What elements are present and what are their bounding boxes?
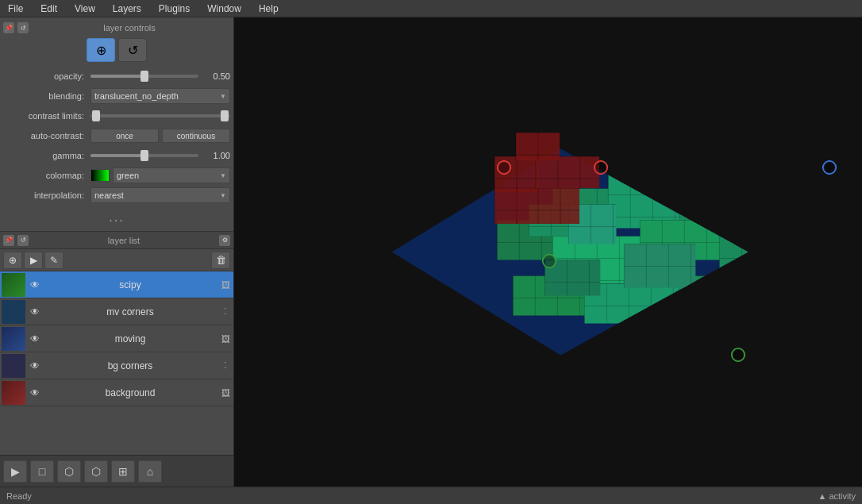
layer-item-scipy[interactable]: 👁 scipy 🖼 [0, 271, 233, 298]
blending-arrow-icon: ▼ [220, 93, 226, 100]
menu-edit[interactable]: Edit [36, 2, 62, 16]
new-labels-button[interactable]: ✎ [44, 252, 63, 269]
auto-contrast-row: auto-contrast: once continuous [3, 128, 230, 144]
auto-contrast-buttons: once continuous [90, 129, 230, 143]
layer-item-moving[interactable]: 👁 moving 🖼 [0, 325, 233, 352]
gamma-row: gamma: 1.00 [3, 148, 230, 164]
bottom-toolbar: ▶ □ ⬡ ⬡ ⊞ ⌂ [0, 455, 233, 487]
rotate-button[interactable]: ↺ [118, 38, 147, 62]
colormap-row: colormap: green ▼ [3, 167, 230, 183]
menu-view[interactable]: View [70, 2, 100, 16]
layer-name-background: background [43, 387, 217, 398]
opacity-thumb[interactable] [140, 71, 148, 82]
list-pin-icon[interactable]: 📌 [3, 235, 14, 246]
interpolation-dropdown[interactable]: nearest ▼ [90, 187, 230, 203]
colormap-preview [90, 169, 110, 182]
auto-contrast-continuous[interactable]: continuous [162, 129, 230, 143]
statusbar: Ready ▲ activity [0, 487, 862, 504]
layer-name-mv-corners: mv corners [43, 306, 217, 317]
menu-layers[interactable]: Layers [108, 2, 146, 16]
controls-title: layer controls [29, 23, 230, 33]
layer-thumb-bg-corners [2, 354, 25, 378]
layer-eye-moving[interactable]: 👁 [27, 331, 43, 347]
list-refresh-icon[interactable]: ↺ [17, 235, 29, 246]
layer-name-moving: moving [43, 333, 217, 344]
layer-controls-section: 📌 ↺ layer controls ⊕ ↺ opacity: 0.50 [0, 17, 233, 232]
blending-row: blending: translucent_no_depth ▼ [3, 88, 230, 104]
home-button[interactable]: ⌂ [138, 460, 162, 483]
colormap-arrow-icon: ▼ [220, 172, 226, 179]
interpolation-value: nearest [94, 190, 124, 200]
contrast-right-thumb[interactable] [221, 110, 229, 121]
visualization-canvas [234, 17, 862, 487]
blending-dropdown[interactable]: translucent_no_depth ▼ [90, 88, 230, 104]
layer-eye-scipy[interactable]: 👁 [27, 277, 43, 293]
controls-header: 📌 ↺ layer controls [3, 21, 230, 35]
layer-thumb-mv-corners [2, 300, 25, 324]
grid-button[interactable]: ⊞ [111, 460, 135, 483]
interpolation-arrow-icon: ▼ [220, 192, 226, 199]
menubar: File Edit View Layers Plugins Window Hel… [0, 0, 862, 17]
layer-eye-mv-corners[interactable]: 👁 [27, 304, 43, 320]
list-settings-icon[interactable]: ⚙ [219, 235, 230, 246]
layer-eye-background[interactable]: 👁 [27, 385, 43, 401]
opacity-value: 0.50 [198, 71, 230, 81]
colormap-value: green [117, 171, 139, 180]
layer-action-bg-corners: ⁚ [217, 358, 233, 374]
controls-pin-icon[interactable]: 📌 [3, 22, 14, 33]
console-button[interactable]: ▶ [3, 460, 27, 483]
menu-file[interactable]: File [3, 2, 28, 16]
layer-item-mv-corners[interactable]: 👁 mv corners ⁚ [0, 298, 233, 325]
plugin2-button[interactable]: ⬡ [84, 460, 108, 483]
layer-list-title: layer list [29, 236, 219, 245]
colormap-label: colormap: [3, 171, 90, 180]
menu-plugins[interactable]: Plugins [154, 2, 194, 16]
main-area: 📌 ↺ layer controls ⊕ ↺ opacity: 0.50 [0, 17, 862, 487]
move-button[interactable]: ⊕ [87, 38, 115, 62]
gamma-thumb[interactable] [140, 150, 148, 161]
layer-action-moving: 🖼 [217, 331, 233, 347]
plugin1-button[interactable]: ⬡ [57, 460, 81, 483]
interpolation-row: interpolation: nearest ▼ [3, 187, 230, 203]
contrast-left-thumb[interactable] [92, 110, 100, 121]
new-shapes-button[interactable]: ▶ [24, 252, 43, 269]
interpolation-label: interpolation: [3, 190, 90, 200]
auto-contrast-once[interactable]: once [90, 129, 159, 143]
canvas-area[interactable] [234, 17, 862, 487]
layer-thumb-background [2, 381, 25, 405]
layer-list: 👁 scipy 🖼 👁 mv corners ⁚ 👁 moving 🖼 [0, 271, 233, 455]
gamma-label: gamma: [3, 151, 90, 160]
auto-contrast-label: auto-contrast: [3, 131, 90, 140]
layer-name-scipy: scipy [43, 279, 217, 290]
layer-name-bg-corners: bg corners [43, 360, 217, 371]
activity-button[interactable]: ▲ activity [818, 491, 856, 501]
layer-eye-bg-corners[interactable]: 👁 [27, 358, 43, 374]
layer-thumb-scipy [2, 273, 25, 297]
menu-window[interactable]: Window [202, 2, 246, 16]
new-points-button[interactable]: ⊕ [3, 252, 22, 269]
blending-value: translucent_no_depth [94, 91, 179, 101]
colormap-dropdown[interactable]: green ▼ [113, 167, 230, 183]
gamma-value: 1.00 [198, 151, 230, 160]
more-button[interactable]: ... [3, 207, 230, 228]
layer-item-background[interactable]: 👁 background 🖼 [0, 379, 233, 406]
controls-refresh-icon[interactable]: ↺ [17, 22, 29, 33]
layer-action-scipy: 🖼 [217, 277, 233, 293]
opacity-slider[interactable] [90, 75, 198, 78]
status-text: Ready [6, 491, 32, 501]
contrast-slider[interactable] [90, 110, 230, 121]
menu-help[interactable]: Help [254, 2, 283, 16]
contrast-limits-label: contrast limits: [3, 111, 90, 121]
layer-action-mv-corners: ⁚ [217, 304, 233, 320]
layer-thumb-moving [2, 327, 25, 351]
left-panel: 📌 ↺ layer controls ⊕ ↺ opacity: 0.50 [0, 17, 234, 487]
layer-item-bg-corners[interactable]: 👁 bg corners ⁚ [0, 352, 233, 379]
opacity-label: opacity: [3, 71, 90, 81]
layer-action-background: 🖼 [217, 385, 233, 401]
blending-label: blending: [3, 91, 90, 101]
contrast-limits-row: contrast limits: [3, 108, 230, 124]
transform-buttons: ⊕ ↺ [3, 38, 230, 62]
script-button[interactable]: □ [30, 460, 54, 483]
gamma-slider[interactable] [90, 154, 198, 157]
delete-layer-button[interactable]: 🗑 [211, 252, 230, 269]
